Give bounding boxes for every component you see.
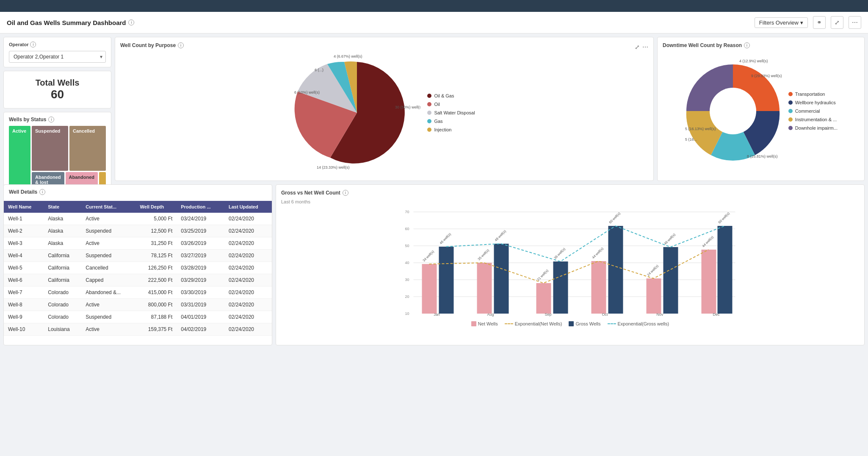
downtime-title: Downtime Well Count by Reason i	[663, 42, 859, 48]
label-dec-net: 44 well(s)	[702, 235, 715, 248]
treemap-suspended[interactable]: Suspended	[32, 126, 68, 171]
total-wells-label: Total Wells	[36, 78, 80, 88]
legend-dot-commercial	[788, 109, 793, 113]
donut-center	[710, 88, 756, 134]
bar-nov-gross	[663, 247, 678, 314]
well-count-header: Well Count by Purpose i ⤢ ⋯	[120, 42, 648, 52]
wells-status-info-icon[interactable]: i	[48, 117, 54, 122]
cell-status: Suspended	[81, 225, 135, 237]
table-row[interactable]: Well-6 California Capped 222,500 Ft 03/2…	[4, 274, 272, 286]
legend-injection: Injection	[427, 127, 475, 132]
sync-button[interactable]: ⚭	[813, 16, 826, 29]
cell-state: California	[44, 274, 81, 286]
table-row[interactable]: Well-10 Louisiana Active 159,375 Ft 04/0…	[4, 323, 272, 336]
cell-production: 03/31/2019	[177, 299, 224, 311]
table-row[interactable]: Well-2 Alaska Suspended 12,500 Ft 03/25/…	[4, 225, 272, 237]
pie-label-injection: 4 (6.67%) well(s)	[334, 54, 362, 58]
well-count-title-text: Well Count by Purpose	[120, 42, 176, 48]
cell-depth: 31,250 Ft	[136, 237, 177, 250]
table-row[interactable]: Well-9 Colorado Suspended 87,188 Ft 04/0…	[4, 311, 272, 323]
legend-label-commercial: Commercial	[795, 108, 820, 114]
legend-line-exp-gross	[608, 323, 616, 324]
table-row[interactable]: Well-8 Colorado Active 800,000 Ft 03/31/…	[4, 299, 272, 311]
donut-label-instr: 5 (16...	[685, 137, 697, 142]
operator-select[interactable]: Operator 2,Operator 1	[9, 51, 106, 63]
expand-button[interactable]: ⤢	[831, 16, 843, 29]
table-row[interactable]: Well-1 Alaska Active 5,000 Ft 03/24/2019…	[4, 213, 272, 225]
label-nov-gross: 46 well(s)	[663, 233, 677, 246]
table-row[interactable]: Well-5 California Cancelled 126,250 Ft 0…	[4, 262, 272, 274]
cell-status: Active	[81, 213, 135, 225]
well-details-title: Well Details i	[9, 189, 267, 195]
cell-state: Alaska	[44, 213, 81, 225]
legend-line-exp-net	[505, 323, 513, 324]
donut-chart-svg: 4 (12.9%) well(s) 9 (29.03%) well(s) 5 (…	[684, 56, 782, 166]
gross-vs-net-info-icon[interactable]: i	[343, 190, 348, 196]
title-text: Oil and Gas Wells Summary Dashboard	[7, 19, 126, 26]
more-options-button[interactable]: ⋯	[849, 16, 861, 29]
cell-status: Suspended	[81, 311, 135, 323]
col-last-updated[interactable]: Last Updated	[224, 201, 272, 213]
cell-status: Active	[81, 323, 135, 336]
treemap-cancelled[interactable]: Cancelled	[69, 126, 106, 171]
legend-exp-gross: Exponential(Gross wells)	[608, 321, 669, 326]
legend-label-transportation: Transportation	[795, 92, 825, 97]
legend-exp-gross-label: Exponential(Gross wells)	[618, 321, 669, 326]
cell-depth: 222,500 Ft	[136, 274, 177, 286]
well-count-actions: ⤢ ⋯	[635, 44, 648, 50]
operator-select-wrapper: Operator 2,Operator 1	[9, 51, 106, 63]
bar-chart-legend: Net Wells Exponential(Net Wells) Gross W…	[281, 321, 859, 326]
well-details-table: Well Name State Current Stat... Well Dep…	[4, 201, 272, 336]
legend-downhole: Downhole impairm...	[788, 125, 838, 131]
table-row[interactable]: Well-7 Colorado Abandoned &... 415,000 F…	[4, 286, 272, 299]
col-well-depth[interactable]: Well Depth	[136, 201, 177, 213]
table-row[interactable]: Well-4 California Suspended 78,125 Ft 03…	[4, 250, 272, 262]
legend-exp-net: Exponential(Net Wells)	[505, 321, 562, 326]
well-details-info-icon[interactable]: i	[39, 189, 45, 195]
cell-state: Alaska	[44, 237, 81, 250]
col-state[interactable]: State	[44, 201, 81, 213]
svg-text:10: 10	[405, 311, 409, 316]
cell-well-name: Well-10	[4, 323, 44, 336]
expand-chart-icon[interactable]: ⤢	[635, 44, 640, 50]
table-row[interactable]: Well-3 Alaska Active 31,250 Ft 03/26/201…	[4, 237, 272, 250]
cell-state: California	[44, 262, 81, 274]
bottom-row: Well Details i Well Name State Current S…	[3, 184, 865, 345]
cell-well-name: Well-7	[4, 286, 44, 299]
more-chart-icon[interactable]: ⋯	[642, 44, 648, 50]
legend-label-oil: Oil	[434, 102, 440, 107]
cell-depth: 159,375 Ft	[136, 323, 177, 336]
cell-production: 04/02/2019	[177, 323, 224, 336]
bar-jan-gross	[439, 247, 454, 314]
bar-nov-net	[647, 278, 661, 314]
well-details-title-text: Well Details	[9, 189, 37, 195]
bar-aug-gross	[494, 244, 509, 314]
cell-well-name: Well-5	[4, 262, 44, 274]
col-current-status[interactable]: Current Stat...	[81, 201, 135, 213]
label-jan-net: 34 well(s)	[422, 250, 435, 263]
well-details-table-container[interactable]: Well Name State Current Stat... Well Dep…	[4, 201, 272, 341]
legend-dot-injection	[427, 128, 431, 132]
dashboard-header: Oil and Gas Wells Summary Dashboard i Fi…	[0, 12, 868, 33]
well-count-info-icon[interactable]: i	[178, 42, 184, 48]
filters-overview-button[interactable]: Filters Overview ▾	[755, 17, 808, 28]
cell-production: 03/27/2019	[177, 250, 224, 262]
col-well-name[interactable]: Well Name	[4, 201, 44, 213]
operator-panel: Operator i Operator 2,Operator 1	[3, 37, 111, 67]
trend-gross-wells	[446, 226, 725, 261]
wells-by-status-title: Wells by Status i	[9, 117, 106, 122]
gross-vs-net-title: Gross vs Net Well Count i	[281, 190, 859, 196]
cell-updated: 02/24/2020	[224, 225, 272, 237]
col-production[interactable]: Production ...	[177, 201, 224, 213]
operator-info-icon[interactable]: i	[30, 42, 36, 47]
donut-label-commercial: 5 (16.13%) well(s)	[685, 127, 716, 131]
legend-dot-downhole	[788, 126, 793, 130]
operator-label-text: Operator	[9, 42, 28, 47]
label-sep-gross: 36 well(s)	[553, 247, 567, 260]
legend-commercial: Commercial	[788, 108, 838, 114]
downtime-info-icon[interactable]: i	[744, 42, 750, 48]
table-header: Well Name State Current Stat... Well Dep…	[4, 201, 272, 213]
cell-state: Colorado	[44, 311, 81, 323]
title-info-icon[interactable]: i	[128, 19, 134, 25]
pie-label-salt: 6 (10%) well(s)	[294, 90, 320, 95]
